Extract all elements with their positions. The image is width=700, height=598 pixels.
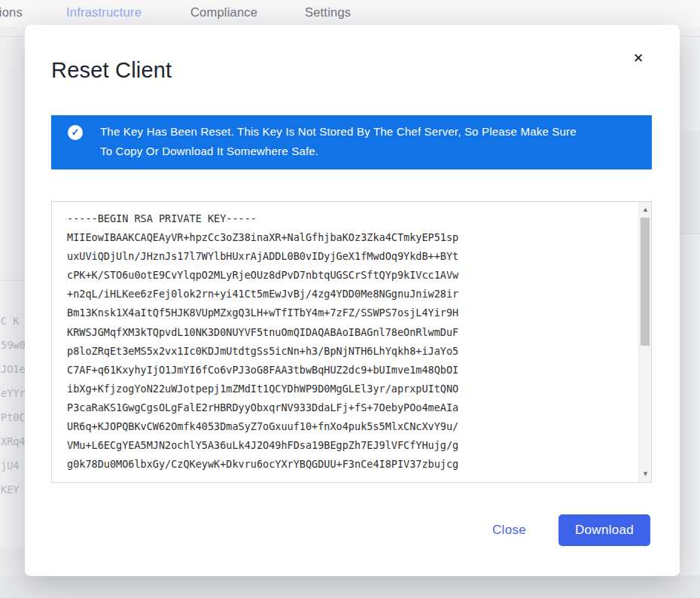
private-key-box[interactable]: -----BEGIN RSA PRIVATE KEY----- MIIEowIB… — [51, 201, 652, 483]
background-key-fragment: XRq4 — [1, 435, 26, 447]
divider — [680, 233, 700, 234]
divider — [0, 280, 25, 281]
background-key-fragment: KEY — [1, 484, 19, 496]
close-button[interactable]: Close — [492, 523, 526, 538]
background-section — [680, 132, 700, 233]
nav-item-compliance[interactable]: Compliance — [190, 5, 257, 20]
download-button[interactable]: Download — [558, 514, 650, 546]
background-right-content — [680, 27, 700, 598]
divider — [680, 36, 700, 37]
nav-item-applications[interactable]: tions — [0, 5, 23, 20]
background-key-fragment: 59w0 — [1, 339, 26, 351]
background-left-content: C K 59w0 JO1e eYYr Pt0C XRq4 jU4 KEY — [0, 27, 25, 548]
scrollbar[interactable]: ▲ ▼ — [638, 202, 651, 482]
background-key-fragment: Pt0C — [1, 411, 26, 423]
background-key-fragment: C K — [1, 315, 19, 327]
divider — [0, 36, 25, 37]
scrollbar-thumb[interactable] — [641, 218, 650, 346]
scroll-down-icon[interactable]: ▼ — [639, 468, 652, 481]
modal-title: Reset Client — [51, 58, 172, 83]
private-key-text[interactable]: -----BEGIN RSA PRIVATE KEY----- MIIEowIB… — [67, 209, 633, 479]
top-navigation: tions Infrastructure Compliance Settings — [0, 0, 700, 27]
nav-item-infrastructure[interactable]: Infrastructure — [66, 5, 142, 20]
background-key-fragment: JO1e — [1, 363, 26, 375]
close-icon[interactable]: ✕ — [630, 50, 647, 67]
background-key-fragment: jU4 — [1, 459, 19, 471]
banner-message: The Key Has Been Reset. This Key Is Not … — [100, 122, 582, 161]
background-bottom — [0, 575, 700, 598]
reset-client-modal: Reset Client ✕ ✓ The Key Has Been Reset.… — [25, 25, 680, 576]
background-key-fragment: eYYr — [1, 387, 26, 399]
check-circle-icon: ✓ — [68, 125, 83, 140]
scroll-up-icon[interactable]: ▲ — [639, 203, 652, 216]
success-banner: ✓ The Key Has Been Reset. This Key Is No… — [51, 115, 652, 169]
nav-item-settings[interactable]: Settings — [305, 5, 351, 20]
